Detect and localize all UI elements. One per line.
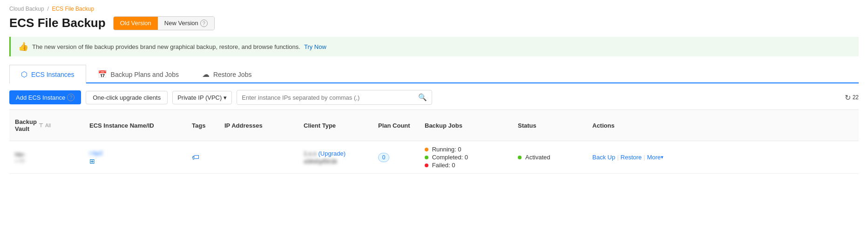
ip-cell [219,153,298,162]
ip-type-dropdown[interactable]: Private IP (VPC) ▾ [172,91,232,104]
refresh-button[interactable]: ↻ 22 [845,93,859,102]
breadcrumb-parent[interactable]: Cloud Backup [9,6,44,12]
add-ecs-instance-label: Add ECS Instance [16,94,65,101]
th-backup-vault: Backup Vault ⊤ All [9,115,84,136]
new-version-button[interactable]: New Version ? [158,17,214,30]
banner-text: The new version of file backup provides … [32,43,300,50]
backup-jobs-cell: Running: 0 Completed: 0 Failed: 0 [419,141,512,173]
tab-backup-plans[interactable]: 📅 Backup Plans and Jobs [86,65,190,83]
th-ecs-instance: ECS Instance Name/ID [84,115,186,136]
tab-bar: ⬡ ECS Instances 📅 Backup Plans and Jobs … [9,64,859,83]
action-sep-2: | [644,154,645,161]
dropdown-chevron-icon: ▾ [224,94,227,101]
jobs-running: Running: 0 [425,146,507,153]
plan-count-cell: 0 [373,148,419,167]
table-row: hbr- v-00 i-bp2 ⊞ 🏷 [9,141,859,174]
more-action-link[interactable]: More ▾ [647,154,664,161]
tab-restore-jobs[interactable]: ☁ Restore Jobs [190,65,263,83]
failed-dot [425,164,428,167]
refresh-icon: ↻ [845,93,851,102]
instance-cell: i-bp2 ⊞ [84,145,186,170]
search-icon: 🔍 [418,93,427,101]
running-dot [425,148,428,151]
status-cell: Activated [512,149,587,165]
th-ip-addresses: IP Addresses [219,115,298,136]
tab-restore-jobs-label: Restore Jobs [213,71,251,78]
old-version-button[interactable]: Old Version [114,17,158,30]
upgrade-clients-button[interactable]: One-click upgrade clients [86,91,168,104]
toolbar: Add ECS Instance ? One-click upgrade cli… [9,83,859,109]
vault-name: hbr- [15,151,78,158]
action-sep-1: | [617,154,618,161]
th-client-type: Client Type [298,115,373,136]
actions-cell: Back Up | Restore | More ▾ [587,149,680,165]
add-ecs-instance-button[interactable]: Add ECS Instance ? [9,90,81,104]
instance-id-link[interactable]: i-bp2 [89,150,181,157]
jobs-completed: Completed: 0 [425,154,507,161]
table-header: Backup Vault ⊤ All ECS Instance Name/ID … [9,110,859,141]
client-type-id: x0ihi0yf5h3li [304,158,367,165]
add-instance-help-icon: ? [67,94,75,101]
status-dot [518,156,522,159]
backup-plans-icon: 📅 [98,70,107,79]
search-button[interactable]: 🔍 [414,90,432,104]
info-banner: 👍 The new version of file backup provide… [9,37,859,56]
backup-vault-header: Backup Vault [15,118,37,132]
table-container: Backup Vault ⊤ All ECS Instance Name/ID … [9,109,859,174]
tab-ecs-instances-label: ECS Instances [31,71,75,78]
vault-filter-all: All [45,123,78,128]
th-plan-count: Plan Count [373,115,419,136]
ip-type-label: Private IP (VPC) [177,94,222,101]
instance-count: 22 [853,94,859,101]
more-chevron-icon: ▾ [661,154,664,160]
tab-backup-plans-label: Backup Plans and Jobs [111,71,179,78]
thumbs-up-icon: 👍 [18,41,28,52]
page-title: ECS File Backup [9,16,106,30]
tab-ecs-instances[interactable]: ⬡ ECS Instances [9,65,86,83]
client-type-cell: 1.x.x (Upgrade) x0ihi0yf5h3li [298,145,373,170]
page-header: ECS File Backup Old Version New Version … [9,16,859,30]
th-backup-jobs: Backup Jobs [419,115,512,136]
th-tags: Tags [186,115,219,136]
jobs-failed: Failed: 0 [425,162,507,169]
status-text: Activated [525,154,550,161]
upgrade-link[interactable]: (Upgrade) [318,150,346,157]
version-toggle: Old Version New Version ? [113,16,215,30]
vault-cell: hbr- v-00 [9,146,84,168]
try-now-link[interactable]: Try Now [304,43,326,50]
ecs-instances-icon: ⬡ [21,70,27,79]
new-version-help-icon: ? [200,20,208,27]
search-box: 🔍 [237,90,432,105]
th-status: Status [512,115,587,136]
windows-icon: ⊞ [89,157,181,165]
filter-icon[interactable]: ⊤ [39,123,43,129]
tag-icon[interactable]: 🏷 [192,153,199,161]
breadcrumb-current: ECS File Backup [52,6,94,12]
tags-cell: 🏷 [186,149,219,166]
completed-dot [425,156,428,159]
restore-jobs-icon: ☁ [202,70,210,79]
instances-table: Backup Vault ⊤ All ECS Instance Name/ID … [9,109,859,174]
search-input[interactable] [237,91,414,104]
plan-count-badge[interactable]: 0 [378,153,389,162]
backup-action-link[interactable]: Back Up [592,154,615,161]
breadcrumb: Cloud Backup / ECS File Backup [9,6,859,12]
vault-sub: v-00 [15,158,78,164]
th-actions: Actions [587,115,680,136]
restore-action-link[interactable]: Restore [621,154,642,161]
client-type-version: 1.x.x [304,150,316,157]
